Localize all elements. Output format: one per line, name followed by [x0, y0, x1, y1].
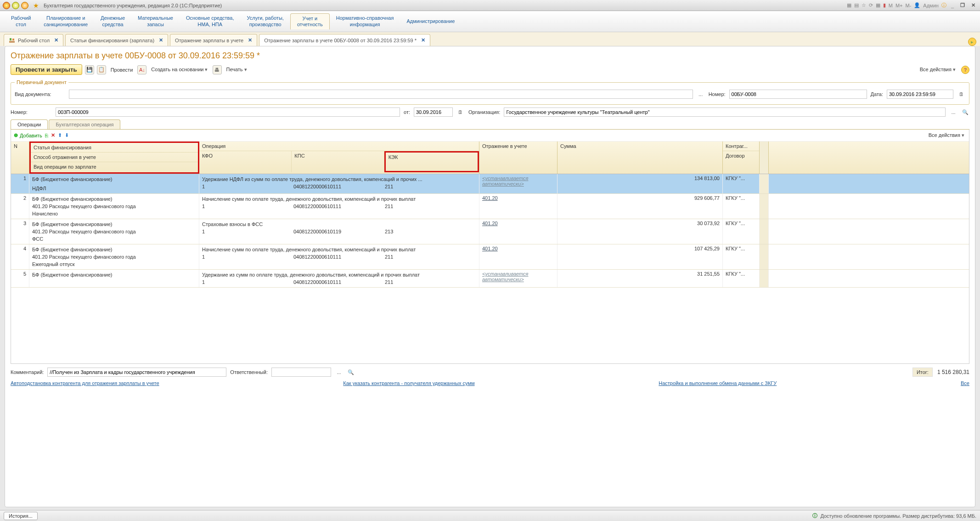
nav-assets[interactable]: Основные средства, НМА, НПА — [180, 13, 241, 29]
nav-services[interactable]: Услуги, работы, производство — [241, 13, 290, 29]
sort-icon[interactable]: A↓ — [137, 65, 146, 74]
table-row[interactable]: 4БФ (Бюджетное финансирование)401.20 Рас… — [11, 244, 969, 270]
doc-type-input[interactable] — [69, 90, 693, 99]
nav-materials[interactable]: Материальные запасы — [131, 13, 180, 29]
search-icon[interactable]: 🔍 — [347, 369, 355, 375]
m-plus-button[interactable]: M+ — [896, 3, 903, 8]
calendar-icon[interactable]: 🗓 — [456, 109, 465, 115]
close-button[interactable]: ✕ — [969, 2, 977, 8]
th-kfo[interactable]: КФО — [199, 151, 292, 172]
nav-money[interactable]: Денежные средства — [94, 13, 131, 29]
scrollbar-track[interactable] — [760, 142, 769, 174]
scrollbar-track[interactable] — [760, 270, 769, 287]
minimize-button[interactable]: _ — [949, 3, 956, 8]
tab-close-icon[interactable]: ✕ — [159, 37, 163, 43]
select-icon[interactable]: ... — [335, 369, 343, 375]
tool-icon[interactable]: ▤ — [854, 2, 859, 8]
select-icon[interactable]: ... — [949, 109, 957, 115]
copy-icon[interactable]: ⎘ — [45, 133, 48, 138]
link-all[interactable]: Все — [961, 380, 969, 386]
grid-all-actions[interactable]: Все действия — [927, 131, 966, 139]
m-button[interactable]: M — [889, 3, 893, 8]
tool-icon[interactable]: ▦ — [876, 2, 880, 8]
nav-planning[interactable]: Планирование и санкционирование — [37, 13, 94, 29]
tab-operations[interactable]: Операции — [11, 119, 48, 129]
comment-input[interactable] — [47, 368, 226, 377]
th-kek-highlight[interactable]: КЭК — [384, 151, 479, 172]
th-fin-article[interactable]: Статья финансирования — [31, 143, 198, 153]
table-row[interactable]: 2БФ (Бюджетное финансирование)401.20 Рас… — [11, 194, 969, 219]
calendar-icon[interactable]: 🗓 — [957, 91, 965, 97]
th-counterparty[interactable]: Контраг... — [723, 142, 759, 151]
th-sum[interactable]: Сумма — [558, 142, 722, 174]
link-autosubst[interactable]: Автоподстановка контрагента для отражени… — [11, 380, 159, 386]
nomer-input[interactable] — [729, 90, 867, 99]
tab-salary-reflect[interactable]: Отражение зарплаты в учете✕ — [170, 34, 257, 46]
move-up-icon[interactable]: ⬆ — [58, 132, 62, 138]
print-icon[interactable]: 🖶 — [213, 65, 222, 74]
nav-admin[interactable]: Администрирование — [400, 17, 461, 26]
tabs-more-icon[interactable]: ▸ — [968, 38, 976, 46]
th-operation[interactable]: Операция — [199, 142, 479, 151]
update-notice[interactable]: ⓘ Доступно обновление программы. Размер … — [812, 512, 976, 519]
table-row[interactable]: 5БФ (Бюджетное финансирование)Удержание … — [11, 270, 969, 288]
user-label[interactable]: Админ — [923, 3, 939, 8]
m-minus-button[interactable]: M- — [906, 3, 912, 8]
tool-icon[interactable]: ⟳ — [869, 2, 873, 8]
org-input[interactable] — [504, 108, 946, 117]
tab-buh-operation[interactable]: Бухгалтерская операция — [49, 119, 120, 129]
date-input[interactable] — [887, 90, 953, 99]
tab-desktop[interactable]: Рабочий стол✕ — [4, 34, 63, 46]
all-actions-button[interactable]: Все действия — [918, 66, 957, 74]
scrollbar-track[interactable] — [760, 194, 769, 219]
cell-kag: КГКУ "... — [723, 244, 760, 269]
window-max-icon[interactable] — [21, 2, 28, 9]
ot-input[interactable] — [414, 108, 453, 117]
info-icon[interactable]: ⓘ — [941, 2, 946, 9]
tool-icon[interactable]: ▦ — [847, 2, 851, 8]
scrollbar-track[interactable] — [760, 174, 769, 193]
help-icon[interactable]: ? — [961, 66, 969, 74]
favorite-icon[interactable]: ★ — [33, 2, 39, 9]
scrollbar-track[interactable] — [760, 219, 769, 244]
move-down-icon[interactable]: ⬇ — [65, 132, 69, 138]
scrollbar-track[interactable] — [760, 244, 769, 269]
user-icon[interactable]: 👤 — [914, 2, 920, 8]
window-min-icon[interactable] — [12, 2, 19, 9]
tab-close-icon[interactable]: ✕ — [248, 37, 252, 43]
nav-references[interactable]: Нормативно-справочная информация — [330, 13, 400, 29]
tool-icon[interactable]: ☆ — [862, 2, 866, 8]
history-button[interactable]: История... — [4, 512, 38, 520]
nav-desktop[interactable]: Рабочий стол — [5, 13, 37, 29]
run-and-close-button[interactable]: Провести и закрыть — [11, 64, 82, 75]
tab-close-icon[interactable]: ✕ — [54, 37, 58, 43]
tab-close-icon[interactable]: ✕ — [421, 37, 425, 43]
th-reflection[interactable]: Отражение в учете — [479, 142, 557, 174]
table-row[interactable]: 1БФ (Бюджетное финансирование)НДФЛУдержа… — [11, 174, 969, 194]
run-icon[interactable]: 📋 — [97, 65, 106, 74]
th-reflect-method[interactable]: Способ отражения в учете — [31, 153, 198, 162]
link-exchange[interactable]: Настройка и выполнение обмена данными с … — [659, 380, 777, 386]
create-on-button[interactable]: Создать на основании — [149, 66, 209, 74]
nav-accounting[interactable]: Учет и отчетность — [290, 13, 330, 29]
th-n[interactable]: N — [11, 142, 29, 174]
save-icon[interactable]: 💾 — [85, 65, 94, 74]
search-icon[interactable]: 🔍 — [961, 109, 969, 115]
calendar-icon[interactable]: ▮ — [883, 2, 886, 8]
window-close-icon[interactable] — [3, 2, 10, 9]
th-kps[interactable]: КПС — [292, 151, 384, 172]
table-row[interactable]: 3БФ (Бюджетное финансирование)401.20 Рас… — [11, 219, 969, 244]
th-salary-op-type[interactable]: Вид операции по зарплате — [31, 162, 198, 171]
link-counterparty[interactable]: Как указать контрагента - получателя уде… — [343, 380, 474, 386]
select-icon[interactable]: ... — [697, 91, 705, 97]
inner-nomer-input[interactable] — [56, 108, 400, 117]
print-button[interactable]: Печать — [225, 66, 249, 74]
responsible-input[interactable] — [271, 368, 331, 377]
tab-fin-articles[interactable]: Статьи финансирования (зарплата)✕ — [65, 34, 168, 46]
th-contract[interactable]: Договор — [723, 151, 759, 172]
restore-button[interactable]: ❐ — [958, 2, 967, 8]
add-button[interactable]: ⊕Добавить — [14, 132, 42, 138]
run-button[interactable]: Провести — [109, 66, 135, 74]
tab-current-doc[interactable]: Отражение зарплаты в учете 00БУ-0008 от … — [259, 34, 430, 46]
delete-icon[interactable]: ✕ — [51, 132, 55, 138]
